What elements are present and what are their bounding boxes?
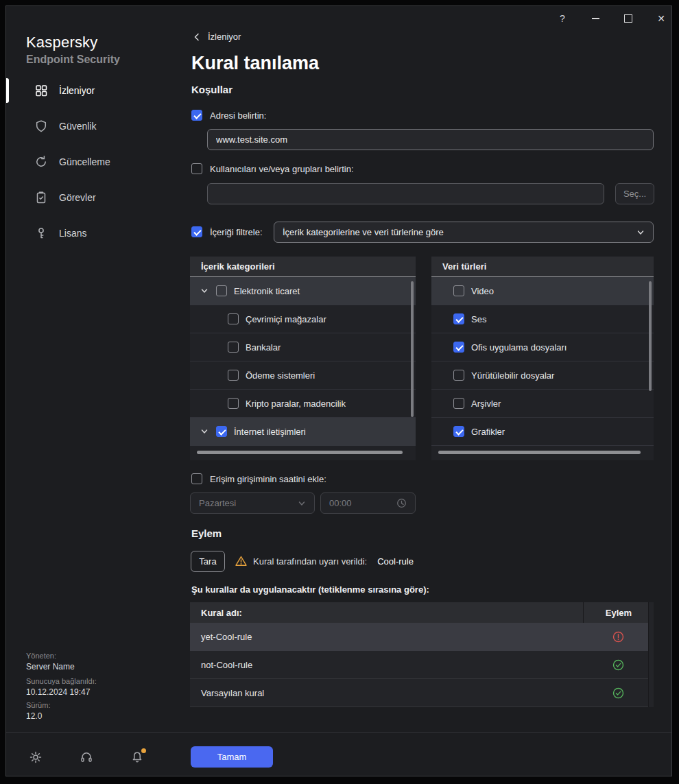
chevron-left-icon [193, 32, 201, 42]
category-checkbox[interactable] [228, 398, 239, 409]
brand-line1: Kaspersky [26, 34, 120, 51]
category-checkbox[interactable] [228, 342, 239, 353]
connected-time: 10.12.2024 19:47 [26, 687, 97, 697]
rule-row-varsayilan-kural[interactable]: Varsayılan kural [190, 679, 654, 707]
filter-mode-dropdown[interactable]: İçerik kategorilerine ve veri türlerine … [274, 222, 654, 243]
expand-chevron-icon[interactable] [200, 427, 209, 436]
users-checkbox[interactable] [191, 163, 202, 174]
sidebar-item-gorevler[interactable]: Görevler [6, 184, 178, 211]
datatype-label: Arşivler [471, 399, 501, 409]
category-checkbox[interactable] [228, 370, 239, 381]
action-heading: Eylem [191, 527, 222, 539]
triggered-rule-name: Cool-rule [377, 556, 414, 567]
datatype-label: Grafikler [471, 427, 505, 437]
category-row-elektronik-ticaret[interactable]: Elektronik ticaret [190, 277, 416, 305]
check-circle-icon [612, 687, 624, 699]
help-button[interactable]: ? [551, 9, 574, 28]
ok-button[interactable]: Tamam [191, 746, 273, 768]
categories-horizontal-scrollbar[interactable] [197, 451, 403, 454]
data-types-vertical-scrollbar[interactable] [649, 281, 652, 391]
brand-logo: Kaspersky Endpoint Security [26, 34, 120, 66]
sidebar-item-lisans[interactable]: Lisans [6, 219, 178, 247]
datatype-label: Video [471, 286, 494, 296]
expand-chevron-icon[interactable] [200, 286, 209, 296]
time-checkbox[interactable] [191, 473, 202, 484]
datatype-row-yurutulebilir[interactable]: Yürütülebilir dosyalar [431, 361, 654, 390]
category-row-bankalar[interactable]: Bankalar [190, 333, 416, 361]
address-checkbox[interactable] [191, 110, 202, 121]
data-types-panel: Veri türleri Video Ses Ofis uygulama dos… [431, 257, 654, 460]
category-row-odeme-sistemleri[interactable]: Ödeme sistemleri [190, 361, 416, 390]
category-label: Elektronik ticaret [234, 286, 300, 296]
datatype-checkbox[interactable] [453, 370, 464, 381]
filter-label: İçeriği filtrele: [210, 227, 263, 237]
category-checkbox[interactable] [228, 313, 239, 324]
categories-vertical-scrollbar[interactable] [411, 281, 414, 417]
category-checkbox[interactable] [216, 426, 227, 437]
conditions-heading: Koşullar [191, 84, 233, 95]
minimize-button[interactable] [584, 9, 607, 28]
time-field[interactable]: 00:00 [320, 492, 416, 514]
support-button[interactable] [79, 750, 94, 765]
sidebar-item-label: Lisans [59, 228, 86, 239]
sidebar-item-guncelleme[interactable]: Güncelleme [6, 148, 178, 176]
category-label: İnternet iletişimleri [234, 427, 306, 437]
users-input[interactable] [207, 183, 604, 204]
rule-row-yet-cool-rule[interactable]: yet-Cool-rule [190, 623, 654, 651]
version-value: 12.0 [26, 711, 97, 721]
select-users-button[interactable]: Seç... [615, 183, 654, 204]
close-button[interactable]: ✕ [650, 9, 672, 28]
data-types-horizontal-scrollbar[interactable] [438, 451, 641, 454]
datatype-checkbox[interactable] [453, 398, 464, 409]
datatype-row-grafikler[interactable]: Grafikler [431, 418, 654, 446]
category-row-cevrimici-magazalar[interactable]: Çevrimiçi mağazalar [190, 305, 416, 333]
datatype-row-arsivler[interactable]: Arşivler [431, 390, 654, 418]
breadcrumb[interactable]: İzleniyor [193, 32, 241, 42]
datatype-checkbox[interactable] [453, 426, 464, 437]
datatype-row-video[interactable]: Video [431, 277, 654, 305]
address-input[interactable] [207, 129, 654, 150]
datatype-label: Ofis uygulama dosyaları [471, 342, 567, 353]
sidebar-item-izleniyor[interactable]: İzleniyor [6, 77, 178, 104]
close-icon: ✕ [657, 13, 665, 24]
sidebar-item-label: Güvenlik [59, 121, 96, 132]
sidebar-item-label: Görevler [59, 192, 96, 203]
categories-panel-header: İçerik kategorileri [190, 257, 416, 277]
datatype-row-ofis-uygulama[interactable]: Ofis uygulama dosyaları [431, 333, 654, 361]
category-label: Çevrimiçi mağazalar [246, 314, 326, 324]
datatype-checkbox[interactable] [453, 313, 464, 324]
datatype-row-ses[interactable]: Ses [431, 305, 654, 333]
sidebar-item-guvenlik[interactable]: Güvenlik [6, 112, 178, 140]
rules-table: Kural adı: Eylem yet-Cool-rule not-Cool-… [190, 602, 654, 707]
shield-icon [34, 119, 48, 133]
connected-label: Sunucuya bağlanıldı: [26, 677, 97, 685]
settings-button[interactable] [28, 750, 43, 765]
rule-row-not-cool-rule[interactable]: not-Cool-rule [190, 651, 654, 679]
rule-name: yet-Cool-rule [190, 632, 583, 642]
address-label: Adresi belirtin: [210, 110, 266, 121]
rules-table-header: Kural adı: Eylem [190, 602, 654, 623]
datatype-checkbox[interactable] [453, 342, 464, 353]
datatype-label: Ses [471, 314, 486, 324]
maximize-button[interactable] [617, 9, 640, 28]
category-row-internet-iletisimleri[interactable]: İnternet iletişimleri [190, 418, 416, 446]
clock-icon [396, 498, 407, 508]
day-value: Pazartesi [199, 498, 236, 508]
datatype-label: Yürütülebilir dosyalar [471, 370, 554, 381]
category-checkbox[interactable] [216, 285, 227, 296]
col-action: Eylem [583, 602, 654, 623]
app-window: ? ✕ Kaspersky Endpoint Security İzleniyo… [5, 5, 672, 776]
help-icon: ? [560, 13, 565, 24]
category-row-kripto-paralar[interactable]: Kripto paralar, madencilik [190, 390, 416, 418]
minimize-icon [592, 18, 599, 19]
datatype-checkbox[interactable] [453, 285, 464, 296]
rules-table-scroll-gutter[interactable] [648, 602, 654, 707]
breadcrumb-label: İzleniyor [208, 32, 241, 42]
gear-icon [29, 750, 43, 764]
notifications-button[interactable] [130, 750, 145, 765]
day-dropdown[interactable]: Pazartesi [190, 492, 315, 514]
warning-circle-icon [612, 631, 624, 643]
scan-button[interactable]: Tara [191, 551, 225, 572]
filter-checkbox[interactable] [191, 226, 202, 237]
filter-checkbox-row: İçeriği filtrele: [191, 226, 263, 237]
